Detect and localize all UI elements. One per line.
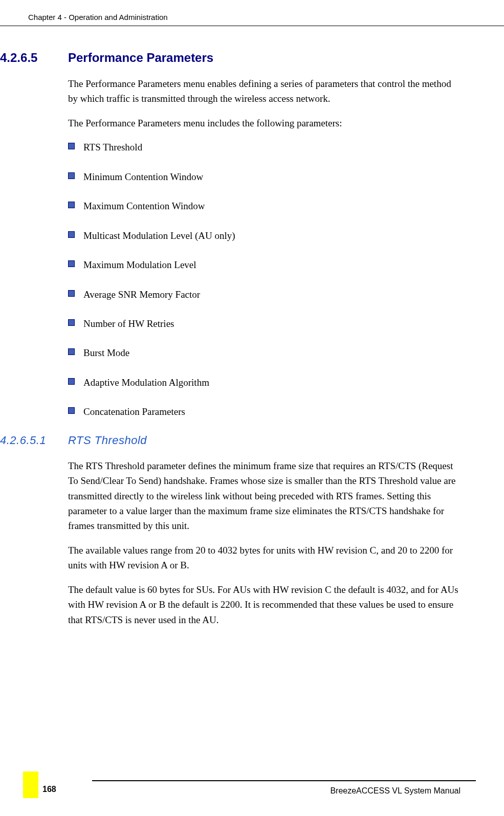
list-item: Maximum Modulation Level (68, 257, 461, 272)
page-number-highlight (23, 771, 38, 798)
page-header: Chapter 4 - Operation and Administration (0, 0, 504, 26)
subsection-title: RTS Threshold (68, 434, 147, 447)
list-item-label: Average SNR Memory Factor (83, 289, 200, 300)
list-item-label: Multicast Modulation Level (AU only) (83, 230, 235, 241)
list-item: Concatenation Parameters (68, 404, 461, 419)
list-item-label: Concatenation Parameters (83, 406, 185, 417)
page-content: 4.2.6.5 Performance Parameters The Perfo… (0, 26, 504, 627)
footer-manual-title: BreezeACCESS VL System Manual (92, 780, 476, 796)
list-item: Maximum Contention Window (68, 199, 461, 213)
section-number: 4.2.6.5 (0, 51, 68, 65)
list-item-label: Number of HW Retries (83, 318, 174, 329)
list-item-label: Maximum Contention Window (83, 201, 205, 211)
list-item: Adaptive Modulation Algorithm (68, 375, 461, 390)
section-heading-performance-parameters: 4.2.6.5 Performance Parameters (0, 51, 461, 65)
list-item-label: Minimum Contention Window (83, 171, 203, 182)
chapter-title: Chapter 4 - Operation and Administration (28, 13, 168, 21)
intro-paragraph-1: The Performance Parameters menu enables … (68, 76, 461, 106)
section-title: Performance Parameters (68, 51, 213, 65)
parameter-bullet-list: RTS Threshold Minimum Contention Window … (68, 140, 461, 419)
rts-paragraph-3: The default value is 60 bytes for SUs. F… (68, 582, 461, 627)
list-item: Multicast Modulation Level (AU only) (68, 228, 461, 243)
list-item: Minimum Contention Window (68, 169, 461, 184)
list-item: Burst Mode (68, 345, 461, 360)
list-item-label: Maximum Modulation Level (83, 259, 196, 270)
list-item-label: Adaptive Modulation Algorithm (83, 377, 209, 388)
list-item: RTS Threshold (68, 140, 461, 155)
subsection-heading-rts-threshold: 4.2.6.5.1 RTS Threshold (0, 434, 461, 447)
intro-paragraph-2: The Performance Parameters menu includes… (68, 116, 461, 130)
page-number-block: 168 (23, 771, 56, 798)
rts-paragraph-2: The available values range from 20 to 40… (68, 543, 461, 573)
rts-paragraph-1: The RTS Threshold parameter defines the … (68, 458, 461, 534)
list-item-label: Burst Mode (83, 347, 129, 358)
list-item: Number of HW Retries (68, 316, 461, 331)
page-footer: BreezeACCESS VL System Manual 168 (0, 780, 504, 796)
subsection-number: 4.2.6.5.1 (0, 434, 68, 447)
page-number: 168 (38, 776, 56, 794)
list-item: Average SNR Memory Factor (68, 287, 461, 302)
list-item-label: RTS Threshold (83, 142, 142, 152)
